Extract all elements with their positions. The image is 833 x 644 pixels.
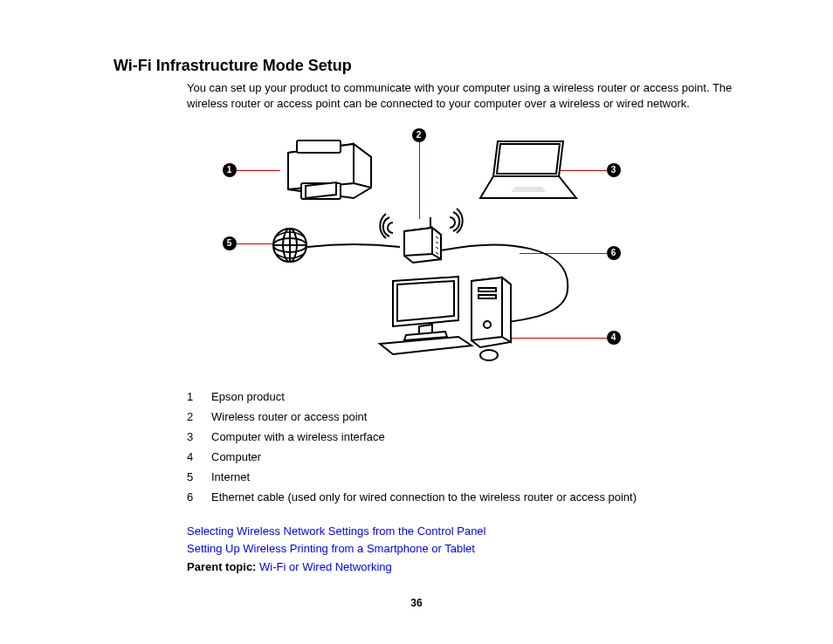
svg-point-14 xyxy=(484,321,491,328)
callout-2: 2 xyxy=(412,128,426,142)
legend-text: Ethernet cable (used only for wired conn… xyxy=(211,490,733,504)
legend-number: 5 xyxy=(187,470,211,483)
network-diagram: 1 2 3 5 6 4 xyxy=(223,128,624,368)
link-parent-topic[interactable]: Wi-Fi or Wired Networking xyxy=(259,560,392,573)
legend-text: Internet xyxy=(211,470,733,483)
desktop-icon xyxy=(375,272,533,368)
globe-icon xyxy=(271,226,309,264)
parent-topic: Parent topic: Wi-Fi or Wired Networking xyxy=(187,558,733,576)
wifi-waves-icon xyxy=(441,200,476,235)
parent-topic-label: Parent topic: xyxy=(187,560,259,573)
legend-number: 4 xyxy=(187,450,211,463)
legend-list: 1 Epson product 2 Wireless router or acc… xyxy=(187,390,733,504)
page-title: Wi-Fi Infrastructure Mode Setup xyxy=(114,57,733,75)
related-links: Selecting Wireless Network Settings from… xyxy=(187,523,733,576)
callout-3: 3 xyxy=(607,163,621,177)
legend-item: 1 Epson product xyxy=(187,390,733,403)
svg-point-15 xyxy=(480,350,498,360)
svg-rect-1 xyxy=(297,140,341,153)
svg-rect-13 xyxy=(478,295,496,298)
legend-number: 1 xyxy=(187,390,211,403)
intro-paragraph: You can set up your product to communica… xyxy=(187,80,733,111)
callout-4: 4 xyxy=(607,331,621,345)
page-number: 36 xyxy=(0,597,833,609)
callout-1: 1 xyxy=(223,163,237,177)
cable-icon xyxy=(306,240,402,257)
legend-item: 4 Computer xyxy=(187,450,733,463)
legend-text: Epson product xyxy=(211,390,733,403)
callout-5: 5 xyxy=(223,236,237,250)
legend-item: 6 Ethernet cable (used only for wired co… xyxy=(187,490,733,504)
legend-number: 2 xyxy=(187,410,211,423)
legend-text: Computer with a wireless interface xyxy=(211,430,733,443)
svg-rect-12 xyxy=(478,288,496,291)
legend-number: 6 xyxy=(187,490,211,504)
legend-text: Computer xyxy=(211,450,733,463)
legend-text: Wireless router or access point xyxy=(211,410,733,423)
manual-page: Wi-Fi Infrastructure Mode Setup You can … xyxy=(0,0,833,644)
link-smartphone-printing[interactable]: Setting Up Wireless Printing from a Smar… xyxy=(187,542,475,555)
legend-item: 2 Wireless router or access point xyxy=(187,410,733,423)
legend-item: 5 Internet xyxy=(187,470,733,483)
laptop-icon xyxy=(476,137,581,207)
printer-icon xyxy=(271,135,384,214)
legend-item: 3 Computer with a wireless interface xyxy=(187,430,733,443)
leader-line xyxy=(419,140,420,219)
wifi-waves-icon xyxy=(367,205,402,240)
link-wireless-settings[interactable]: Selecting Wireless Network Settings from… xyxy=(187,524,485,538)
legend-number: 3 xyxy=(187,430,211,443)
callout-6: 6 xyxy=(607,246,621,260)
